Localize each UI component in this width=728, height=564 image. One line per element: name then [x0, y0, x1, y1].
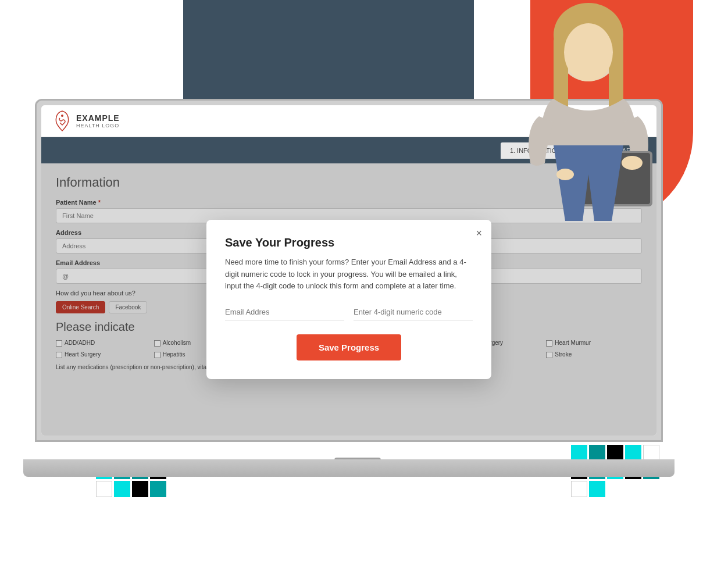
svg-point-9 [61, 115, 63, 117]
modal-code-input[interactable] [354, 304, 473, 320]
modal-save-button[interactable]: Save Progress [297, 334, 401, 360]
modal-inputs [225, 304, 473, 320]
svg-point-4 [564, 23, 613, 81]
health-logo-icon [53, 110, 72, 132]
modal-description: Need more time to finish your forms? Ent… [225, 256, 473, 292]
modal-email-input[interactable] [225, 304, 344, 320]
laptop-base [23, 459, 675, 477]
person-image [495, 0, 681, 233]
svg-point-8 [556, 169, 574, 180]
modal-title: Save Your Progress [225, 236, 473, 249]
save-progress-modal: × Save Your Progress Need more time to f… [206, 220, 491, 379]
modal-close-button[interactable]: × [476, 228, 482, 238]
svg-point-7 [622, 156, 643, 170]
logo-example: EXAMPLE [76, 113, 120, 123]
logo-text: EXAMPLE HEALTH LOGO [76, 113, 120, 128]
bg-dark-rectangle [183, 0, 474, 102]
logo-health: HEALTH LOGO [76, 123, 120, 128]
logo-area: EXAMPLE HEALTH LOGO [53, 110, 120, 132]
